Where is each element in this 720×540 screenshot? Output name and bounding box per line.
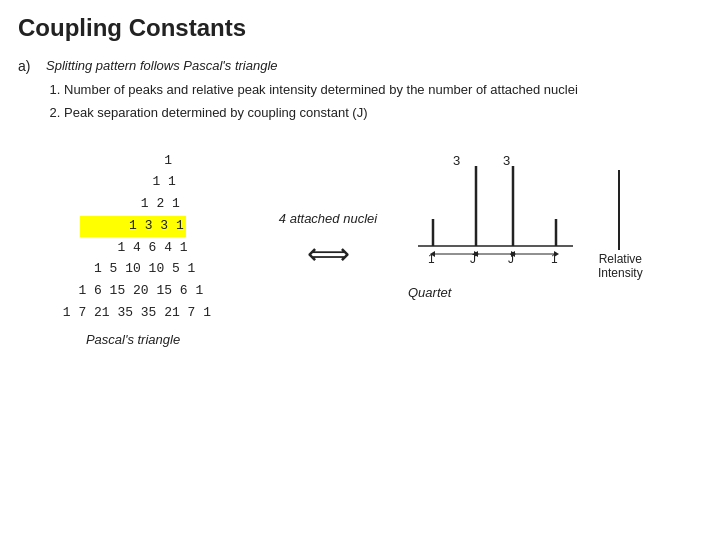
- bracket-line: [612, 170, 620, 250]
- pascal-row: 1 3 3 1: [80, 216, 185, 237]
- relative-intensity-area: Relative Intensity: [590, 170, 643, 280]
- quartet-section: 3 3: [408, 151, 578, 300]
- pascal-row: 1 1: [90, 172, 176, 193]
- right-section: 3 3: [408, 151, 643, 300]
- pascal-row: 1 7 21 35 35 21 7 1: [55, 303, 211, 324]
- section-item-2: Peak separation determined by coupling c…: [64, 103, 578, 123]
- quartet-label: Quartet: [408, 285, 578, 300]
- svg-text:3: 3: [503, 153, 510, 168]
- attached-nuclei-label: 4 attached nuclei: [279, 211, 377, 226]
- quartet-diagram: 3 3: [408, 151, 578, 281]
- quartet-svg: 3 3: [408, 151, 578, 281]
- relative-intensity-bracket: [612, 170, 620, 250]
- pascal-row: 1 2 1: [86, 194, 180, 215]
- section-a: a) Splitting pattern follows Pascal's tr…: [18, 56, 702, 127]
- pascal-row: 1 5 10 10 5 1: [71, 259, 196, 280]
- middle-area: 4 attached nuclei ⟺: [248, 151, 408, 271]
- section-list: Number of peaks and relative peak intens…: [64, 80, 578, 123]
- section-item-1: Number of peaks and relative peak intens…: [64, 80, 578, 100]
- pascal-label: Pascal's triangle: [86, 332, 180, 347]
- section-heading: Splitting pattern follows Pascal's trian…: [46, 56, 578, 76]
- double-arrow-icon: ⟺: [307, 236, 350, 271]
- section-description: Splitting pattern follows Pascal's trian…: [46, 56, 578, 127]
- relative-intensity-label: Relative Intensity: [598, 252, 643, 280]
- pascal-area: 1 1 1 1 2 1 1 3 3 1 1 4 6 4 1 1 5 10 10 …: [18, 151, 248, 347]
- page: Coupling Constants a) Splitting pattern …: [0, 0, 720, 540]
- pascal-row: 1 4 6 4 1: [78, 238, 187, 259]
- svg-text:3: 3: [453, 153, 460, 168]
- page-title: Coupling Constants: [18, 14, 702, 42]
- pascal-row: 1 6 15 20 15 6 1: [63, 281, 203, 302]
- pascal-triangle: 1 1 1 1 2 1 1 3 3 1 1 4 6 4 1 1 5 10 10 …: [55, 151, 211, 324]
- pascal-row: 1: [94, 151, 172, 172]
- main-content: 1 1 1 1 2 1 1 3 3 1 1 4 6 4 1 1 5 10 10 …: [18, 151, 702, 347]
- section-label: a): [18, 56, 40, 74]
